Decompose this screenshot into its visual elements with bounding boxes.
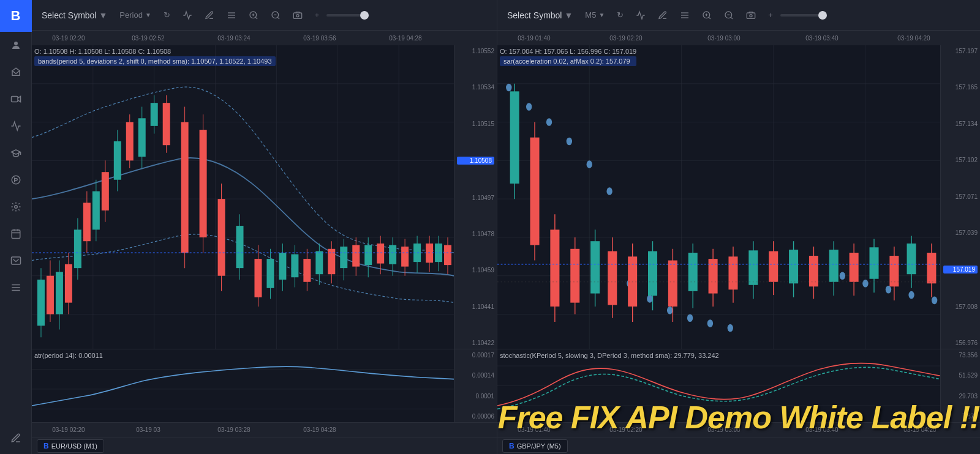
sidebar-item-orders[interactable] xyxy=(5,277,27,299)
svg-point-142 xyxy=(707,319,713,327)
svg-rect-88 xyxy=(266,259,274,288)
left-zoomout-btn[interactable] xyxy=(266,6,285,24)
svg-line-117 xyxy=(731,17,733,19)
main-content: Select Symbol ▼ Period ▼ ↻ xyxy=(32,0,980,454)
svg-point-145 xyxy=(862,280,868,288)
sidebar-item-user[interactable] xyxy=(5,34,27,56)
svg-rect-150 xyxy=(510,91,519,184)
svg-rect-82 xyxy=(138,118,146,157)
left-sub-info: atr(period 14): 0.00011 xyxy=(34,352,103,359)
right-main-chart[interactable]: O: 157.004 H: 157.065 L: 156.996 C: 157.… xyxy=(497,45,940,349)
svg-point-137 xyxy=(606,187,612,195)
sidebar-item-chart[interactable] xyxy=(5,115,27,137)
left-sub-chart[interactable]: atr(period 14): 0.00011 xyxy=(32,349,497,422)
svg-rect-64 xyxy=(377,244,384,264)
svg-rect-190 xyxy=(870,247,879,278)
svg-point-147 xyxy=(908,291,914,299)
right-toolbar: Select Symbol ▼ M5 ▼ ↻ xyxy=(497,0,980,31)
left-period-btn[interactable]: Period ▼ xyxy=(115,6,156,24)
sidebar-item-calendar[interactable] xyxy=(5,223,27,245)
svg-point-146 xyxy=(886,286,891,294)
right-screenshot-btn[interactable] xyxy=(741,6,761,24)
sidebar-item-education[interactable] xyxy=(5,142,27,164)
left-chart-panel: Select Symbol ▼ Period ▼ ↻ xyxy=(32,0,497,454)
svg-rect-182 xyxy=(688,253,698,291)
sidebar-item-terminal[interactable] xyxy=(5,250,27,272)
svg-rect-84 xyxy=(151,103,158,126)
sidebar-item-draw[interactable] xyxy=(5,427,27,449)
svg-rect-86 xyxy=(236,226,244,268)
sidebar-item-crypto[interactable] xyxy=(5,169,27,191)
right-period-btn[interactable]: M5 ▼ xyxy=(580,6,609,24)
left-sub-price-scale: 0.00017 0.00014 0.0001 0.00006 xyxy=(454,349,497,422)
left-time-4: 03-19 03:56 xyxy=(303,35,336,42)
svg-rect-8 xyxy=(11,257,20,264)
svg-rect-180 xyxy=(648,251,657,296)
svg-point-141 xyxy=(687,314,693,322)
svg-rect-166 xyxy=(728,256,737,289)
sidebar: B xyxy=(0,0,32,454)
left-toolbar: Select Symbol ▼ Period ▼ ↻ xyxy=(32,0,497,31)
left-symbol-selector[interactable]: Select Symbol ▼ xyxy=(37,6,112,24)
svg-rect-78 xyxy=(92,192,100,230)
svg-rect-62 xyxy=(352,245,360,266)
left-symbol-label: Select Symbol xyxy=(42,10,96,20)
svg-rect-168 xyxy=(769,251,778,282)
right-zoomout-btn[interactable] xyxy=(719,6,739,24)
svg-rect-46 xyxy=(47,276,54,314)
sidebar-item-settings[interactable] xyxy=(5,196,27,218)
right-refresh-btn[interactable]: ↻ xyxy=(612,6,628,24)
svg-rect-22 xyxy=(293,13,301,18)
sidebar-item-balance[interactable] xyxy=(5,61,27,83)
left-draw-btn[interactable] xyxy=(200,6,219,24)
svg-rect-1 xyxy=(11,97,18,102)
right-draw-btn[interactable] xyxy=(653,6,673,24)
left-time-axis: 03-19 02:20 03-19 02:52 03-19 03:24 03-1… xyxy=(32,31,497,45)
svg-point-134 xyxy=(546,118,552,126)
svg-line-16 xyxy=(255,17,257,19)
right-tab-label: GBP/JPY (M5) xyxy=(517,442,561,450)
right-linechart-btn[interactable] xyxy=(631,6,650,24)
left-main-chart[interactable]: O: 1.10508 H: 1.10508 L: 1.10508 C: 1.10… xyxy=(32,45,454,349)
left-indicators-btn[interactable] xyxy=(222,6,241,24)
svg-rect-38 xyxy=(181,122,189,253)
left-add-btn[interactable]: + xyxy=(310,6,325,24)
left-refresh-btn[interactable]: ↻ xyxy=(159,6,175,24)
right-chart-tab[interactable]: B GBP/JPY (M5) xyxy=(502,439,568,453)
right-add-btn[interactable]: + xyxy=(763,6,778,24)
left-zoomin-btn[interactable] xyxy=(244,6,263,24)
left-sub-svg xyxy=(32,349,454,422)
svg-rect-66 xyxy=(401,247,409,267)
left-linechart-btn[interactable] xyxy=(178,6,197,24)
svg-rect-50 xyxy=(83,203,91,241)
left-slider-thumb[interactable] xyxy=(360,11,369,20)
svg-point-133 xyxy=(526,103,532,111)
sidebar-logo[interactable]: B xyxy=(0,0,32,32)
right-sub-price-scale: 73.356 51.529 29.703 7.876 xyxy=(940,349,980,422)
left-slider xyxy=(326,14,375,17)
left-time-1: 03-19 02:20 xyxy=(52,35,85,42)
left-chart-tab[interactable]: B EUR/USD (M1) xyxy=(37,439,104,453)
svg-rect-44 xyxy=(254,259,262,297)
right-symbol-selector[interactable]: Select Symbol ▼ xyxy=(502,6,578,24)
svg-rect-40 xyxy=(200,130,207,237)
right-sub-chart[interactable]: stochastic(KPeriod 5, slowing 3, DPeriod… xyxy=(497,349,980,422)
svg-point-120 xyxy=(750,14,752,17)
svg-point-140 xyxy=(667,307,673,314)
svg-rect-162 xyxy=(668,261,677,307)
right-symbol-arrow: ▼ xyxy=(564,10,573,20)
charts-container: Select Symbol ▼ Period ▼ ↻ xyxy=(32,0,980,454)
svg-rect-96 xyxy=(340,247,347,268)
svg-rect-188 xyxy=(829,250,839,282)
right-indicators-btn[interactable] xyxy=(675,6,695,24)
svg-rect-4 xyxy=(12,230,20,239)
right-slider-thumb[interactable] xyxy=(818,11,827,20)
svg-point-0 xyxy=(14,42,18,45)
sidebar-item-video[interactable] xyxy=(5,88,27,110)
left-screenshot-btn[interactable] xyxy=(288,6,307,24)
right-zoomin-btn[interactable] xyxy=(697,6,717,24)
svg-rect-156 xyxy=(570,249,579,303)
svg-rect-74 xyxy=(56,272,63,314)
svg-line-113 xyxy=(709,17,710,19)
svg-rect-100 xyxy=(389,245,396,264)
